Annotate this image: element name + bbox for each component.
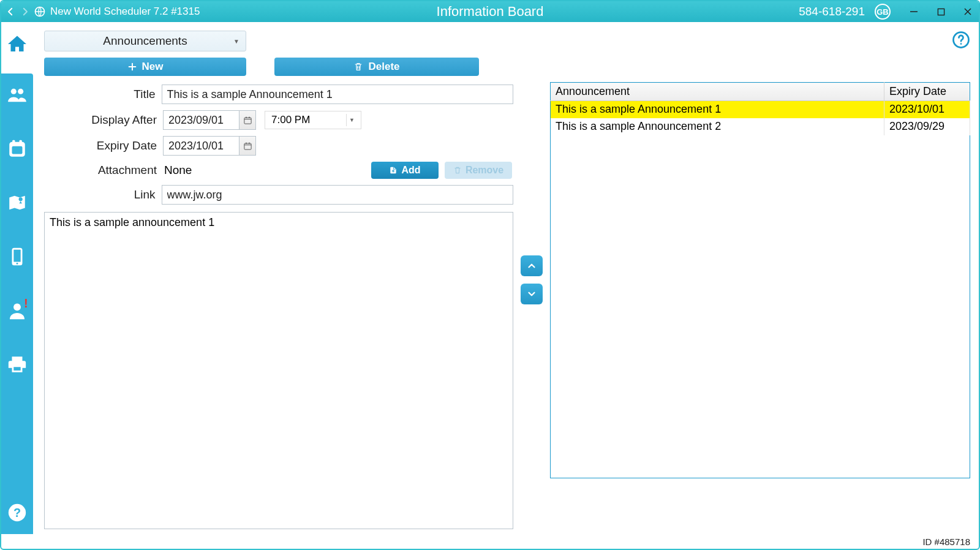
alert-badge-icon: !	[24, 296, 31, 304]
svg-point-13	[13, 303, 21, 311]
svg-rect-23	[244, 143, 251, 149]
attachment-add-label: Add	[401, 165, 420, 176]
window-minimize-button[interactable]	[908, 6, 920, 18]
attachment-label: Attachment	[44, 164, 163, 177]
title-label: Title	[44, 88, 162, 101]
svg-rect-21	[246, 116, 246, 118]
delete-button-label: Delete	[368, 61, 399, 73]
person-alert-icon[interactable]: !	[7, 300, 28, 321]
new-button[interactable]: New	[44, 58, 246, 76]
svg-rect-19	[244, 118, 251, 124]
home-icon[interactable]	[6, 33, 28, 55]
svg-rect-25	[246, 142, 246, 144]
status-bar: ID #485718	[1, 534, 979, 549]
link-input[interactable]	[162, 185, 513, 205]
new-button-label: New	[142, 61, 164, 73]
locale-badge[interactable]: GB	[875, 4, 891, 20]
category-dropdown[interactable]: Announcements ▼	[44, 31, 246, 51]
svg-point-4	[18, 89, 23, 94]
cell-title: This is a sample Announcement 1	[551, 101, 884, 118]
svg-rect-7	[12, 140, 15, 144]
account-id: 584-618-291	[799, 5, 865, 18]
expiry-label: Expiry Date	[44, 139, 163, 153]
display-after-label: Display After	[44, 113, 163, 127]
expiry-date-picker-button[interactable]	[239, 136, 256, 156]
expiry-date-input[interactable]	[163, 136, 239, 156]
display-after-date-picker-button[interactable]	[239, 110, 256, 130]
attachment-remove-button: Remove	[445, 162, 512, 179]
title-bar: New World Scheduler 7.2 #1315 Informatio…	[1, 1, 979, 22]
display-after-date-input[interactable]	[163, 110, 239, 130]
people-icon[interactable]	[7, 85, 28, 105]
status-record-id: ID #485718	[922, 537, 970, 547]
help-icon[interactable]: ?	[7, 502, 28, 523]
move-up-button[interactable]	[521, 255, 543, 276]
svg-point-3	[11, 89, 17, 94]
display-after-time-dropdown[interactable]: 7:00 PM ▼	[265, 111, 361, 129]
svg-rect-14	[13, 367, 20, 371]
link-label: Link	[44, 188, 162, 202]
announcements-table[interactable]: Announcement Expiry Date This is a sampl…	[550, 82, 970, 478]
sidebar: ! ?	[1, 22, 33, 534]
window-maximize-button[interactable]	[935, 6, 947, 18]
svg-rect-2	[938, 9, 944, 15]
cell-title: This is a sample Announcement 2	[551, 118, 884, 135]
window-close-button[interactable]	[962, 6, 974, 18]
delete-button[interactable]: Delete	[274, 58, 479, 76]
display-after-time-value: 7:00 PM	[271, 114, 310, 126]
title-input[interactable]	[162, 85, 513, 104]
attachment-remove-label: Remove	[466, 165, 503, 176]
svg-rect-22	[249, 116, 249, 118]
nav-back-button[interactable]	[4, 5, 17, 18]
page-title: Information Board	[437, 4, 544, 20]
svg-point-9	[19, 197, 23, 201]
chevron-down-icon: ▼	[346, 114, 357, 126]
nav-forward-button[interactable]	[18, 5, 32, 18]
col-announcement[interactable]: Announcement	[551, 83, 884, 101]
cell-expiry: 2023/09/29	[884, 118, 970, 135]
attachment-add-button[interactable]: Add	[371, 162, 439, 179]
svg-point-12	[17, 263, 18, 265]
move-down-button[interactable]	[521, 284, 543, 304]
attachment-value: None	[163, 164, 371, 177]
page-help-icon[interactable]	[952, 31, 970, 49]
print-icon[interactable]	[7, 354, 28, 375]
svg-point-18	[960, 43, 962, 45]
map-icon[interactable]	[7, 192, 28, 213]
category-dropdown-value: Announcements	[103, 34, 187, 48]
table-row[interactable]: This is a sample Announcement 1 2023/10/…	[551, 101, 970, 118]
svg-rect-6	[12, 146, 23, 154]
body-textarea[interactable]	[44, 212, 513, 529]
globe-icon[interactable]	[33, 5, 47, 18]
svg-rect-11	[13, 250, 20, 262]
cell-expiry: 2023/10/01	[884, 101, 970, 118]
chevron-down-icon: ▼	[233, 38, 239, 45]
app-name: New World Scheduler 7.2 #1315	[50, 6, 200, 18]
svg-rect-26	[249, 142, 249, 144]
calendar-icon[interactable]	[7, 138, 28, 159]
col-expiry[interactable]: Expiry Date	[884, 83, 970, 101]
table-row[interactable]: This is a sample Announcement 2 2023/09/…	[551, 118, 970, 135]
svg-rect-8	[20, 140, 22, 144]
mobile-icon[interactable]	[7, 246, 28, 267]
svg-text:?: ?	[13, 506, 21, 519]
